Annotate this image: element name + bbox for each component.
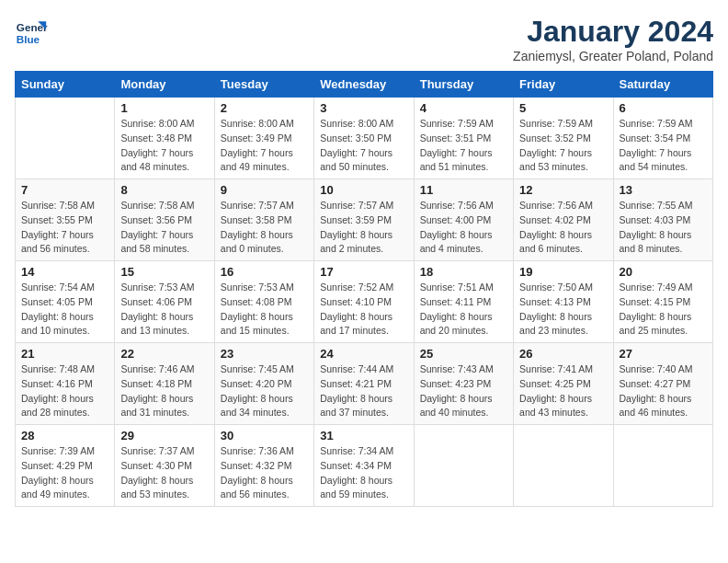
day-number: 31: [320, 429, 407, 442]
day-number: 25: [420, 347, 507, 361]
day-info: Sunrise: 8:00 AM Sunset: 3:49 PM Dayligh…: [221, 117, 308, 175]
day-info: Sunrise: 7:57 AM Sunset: 3:59 PM Dayligh…: [320, 199, 407, 257]
day-number: 29: [120, 429, 208, 442]
day-info: Sunrise: 7:46 AM Sunset: 4:18 PM Dayligh…: [120, 362, 208, 420]
day-number: 30: [221, 429, 308, 442]
weekday-header: Saturday: [613, 72, 712, 98]
day-number: 28: [21, 429, 108, 442]
calendar-cell: 11Sunrise: 7:56 AM Sunset: 4:00 PM Dayli…: [414, 179, 513, 261]
day-number: 21: [21, 347, 108, 361]
svg-text:Blue: Blue: [17, 33, 40, 45]
calendar-title: January 2024: [513, 15, 713, 49]
day-number: 9: [221, 183, 308, 197]
day-number: 14: [21, 265, 108, 279]
day-number: 26: [519, 347, 607, 361]
calendar-cell: 16Sunrise: 7:53 AM Sunset: 4:08 PM Dayli…: [214, 261, 313, 343]
day-info: Sunrise: 7:53 AM Sunset: 4:08 PM Dayligh…: [221, 281, 308, 339]
day-info: Sunrise: 7:40 AM Sunset: 4:27 PM Dayligh…: [620, 362, 707, 420]
logo: General Blue: [15, 15, 48, 48]
calendar-cell: [16, 98, 115, 179]
day-info: Sunrise: 7:51 AM Sunset: 4:11 PM Dayligh…: [420, 281, 507, 339]
calendar-cell: 5Sunrise: 7:59 AM Sunset: 3:52 PM Daylig…: [514, 98, 613, 179]
calendar-week: 28Sunrise: 7:39 AM Sunset: 4:29 PM Dayli…: [16, 425, 713, 507]
day-number: 24: [320, 347, 407, 361]
calendar-cell: 14Sunrise: 7:54 AM Sunset: 4:05 PM Dayli…: [16, 261, 115, 343]
calendar-cell: 3Sunrise: 8:00 AM Sunset: 3:50 PM Daylig…: [314, 98, 414, 179]
weekday-header: Monday: [115, 72, 214, 98]
calendar-cell: 19Sunrise: 7:50 AM Sunset: 4:13 PM Dayli…: [514, 261, 613, 343]
calendar-week: 21Sunrise: 7:48 AM Sunset: 4:16 PM Dayli…: [16, 343, 713, 425]
calendar-cell: 10Sunrise: 7:57 AM Sunset: 3:59 PM Dayli…: [314, 179, 414, 261]
day-info: Sunrise: 7:55 AM Sunset: 4:03 PM Dayligh…: [620, 199, 707, 257]
calendar-cell: 12Sunrise: 7:56 AM Sunset: 4:02 PM Dayli…: [514, 179, 613, 261]
calendar-cell: 8Sunrise: 7:58 AM Sunset: 3:56 PM Daylig…: [115, 179, 214, 261]
day-number: 22: [120, 347, 208, 361]
calendar-cell: [514, 425, 613, 507]
page-header: General Blue January 2024 Zaniemysl, Gre…: [15, 15, 713, 63]
day-number: 6: [620, 101, 707, 115]
calendar-cell: 24Sunrise: 7:44 AM Sunset: 4:21 PM Dayli…: [314, 343, 414, 425]
calendar-cell: 26Sunrise: 7:41 AM Sunset: 4:25 PM Dayli…: [514, 343, 613, 425]
calendar-header: SundayMondayTuesdayWednesdayThursdayFrid…: [16, 72, 713, 98]
day-info: Sunrise: 7:56 AM Sunset: 4:02 PM Dayligh…: [519, 199, 607, 257]
calendar-cell: 9Sunrise: 7:57 AM Sunset: 3:58 PM Daylig…: [214, 179, 313, 261]
calendar-cell: 17Sunrise: 7:52 AM Sunset: 4:10 PM Dayli…: [314, 261, 414, 343]
day-info: Sunrise: 8:00 AM Sunset: 3:50 PM Dayligh…: [320, 117, 407, 175]
calendar-cell: 7Sunrise: 7:58 AM Sunset: 3:55 PM Daylig…: [16, 179, 115, 261]
calendar-cell: [414, 425, 513, 507]
day-number: 11: [420, 183, 507, 197]
day-number: 5: [519, 101, 607, 115]
day-info: Sunrise: 7:48 AM Sunset: 4:16 PM Dayligh…: [21, 362, 108, 420]
day-number: 27: [620, 347, 707, 361]
title-block: January 2024 Zaniemysl, Greater Poland, …: [513, 15, 713, 63]
weekday-header: Thursday: [414, 72, 513, 98]
calendar-cell: 31Sunrise: 7:34 AM Sunset: 4:34 PM Dayli…: [314, 425, 414, 507]
calendar-cell: 25Sunrise: 7:43 AM Sunset: 4:23 PM Dayli…: [414, 343, 513, 425]
calendar-week: 7Sunrise: 7:58 AM Sunset: 3:55 PM Daylig…: [16, 179, 713, 261]
calendar-cell: 15Sunrise: 7:53 AM Sunset: 4:06 PM Dayli…: [115, 261, 214, 343]
day-info: Sunrise: 7:58 AM Sunset: 3:56 PM Dayligh…: [120, 199, 208, 257]
day-number: 1: [120, 101, 208, 115]
day-number: 10: [320, 183, 407, 197]
calendar-cell: 1Sunrise: 8:00 AM Sunset: 3:48 PM Daylig…: [115, 98, 214, 179]
day-info: Sunrise: 7:50 AM Sunset: 4:13 PM Dayligh…: [519, 281, 607, 339]
day-info: Sunrise: 7:44 AM Sunset: 4:21 PM Dayligh…: [320, 362, 407, 420]
day-info: Sunrise: 8:00 AM Sunset: 3:48 PM Dayligh…: [120, 117, 208, 175]
day-number: 13: [620, 183, 707, 197]
logo-icon: General Blue: [15, 15, 48, 48]
calendar-subtitle: Zaniemysl, Greater Poland, Poland: [513, 49, 713, 63]
day-number: 20: [620, 265, 707, 279]
day-number: 17: [320, 265, 407, 279]
calendar-cell: 23Sunrise: 7:45 AM Sunset: 4:20 PM Dayli…: [214, 343, 313, 425]
calendar-cell: 6Sunrise: 7:59 AM Sunset: 3:54 PM Daylig…: [613, 98, 712, 179]
calendar-cell: [613, 425, 712, 507]
day-number: 15: [120, 265, 208, 279]
day-info: Sunrise: 7:43 AM Sunset: 4:23 PM Dayligh…: [420, 362, 507, 420]
calendar-cell: 27Sunrise: 7:40 AM Sunset: 4:27 PM Dayli…: [613, 343, 712, 425]
day-info: Sunrise: 7:53 AM Sunset: 4:06 PM Dayligh…: [120, 281, 208, 339]
day-info: Sunrise: 7:39 AM Sunset: 4:29 PM Dayligh…: [21, 444, 108, 502]
day-info: Sunrise: 7:56 AM Sunset: 4:00 PM Dayligh…: [420, 199, 507, 257]
day-info: Sunrise: 7:45 AM Sunset: 4:20 PM Dayligh…: [221, 362, 308, 420]
day-number: 19: [519, 265, 607, 279]
day-info: Sunrise: 7:59 AM Sunset: 3:52 PM Dayligh…: [519, 117, 607, 175]
calendar-cell: 28Sunrise: 7:39 AM Sunset: 4:29 PM Dayli…: [16, 425, 115, 507]
day-info: Sunrise: 7:59 AM Sunset: 3:51 PM Dayligh…: [420, 117, 507, 175]
day-number: 23: [221, 347, 308, 361]
day-info: Sunrise: 7:49 AM Sunset: 4:15 PM Dayligh…: [620, 281, 707, 339]
day-number: 3: [320, 101, 407, 115]
weekday-header: Wednesday: [314, 72, 414, 98]
day-number: 4: [420, 101, 507, 115]
calendar-week: 14Sunrise: 7:54 AM Sunset: 4:05 PM Dayli…: [16, 261, 713, 343]
day-number: 2: [221, 101, 308, 115]
weekday-header: Tuesday: [214, 72, 313, 98]
day-info: Sunrise: 7:34 AM Sunset: 4:34 PM Dayligh…: [320, 444, 407, 502]
weekday-header: Sunday: [16, 72, 115, 98]
day-info: Sunrise: 7:58 AM Sunset: 3:55 PM Dayligh…: [21, 199, 108, 257]
weekday-header: Friday: [514, 72, 613, 98]
day-number: 16: [221, 265, 308, 279]
calendar-cell: 4Sunrise: 7:59 AM Sunset: 3:51 PM Daylig…: [414, 98, 513, 179]
calendar-table: SundayMondayTuesdayWednesdayThursdayFrid…: [15, 71, 713, 507]
day-info: Sunrise: 7:54 AM Sunset: 4:05 PM Dayligh…: [21, 281, 108, 339]
calendar-cell: 29Sunrise: 7:37 AM Sunset: 4:30 PM Dayli…: [115, 425, 214, 507]
